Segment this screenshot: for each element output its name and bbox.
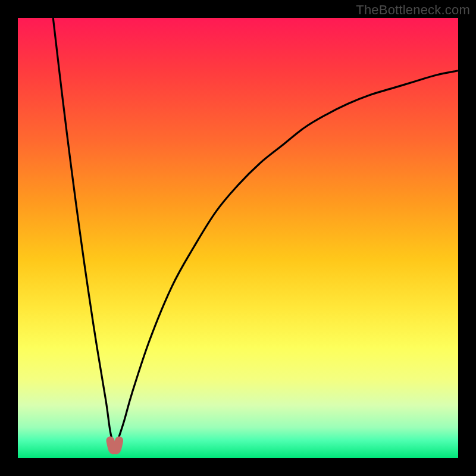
- watermark-text: TheBottleneck.com: [356, 2, 470, 18]
- bottleneck-plot: [18, 18, 458, 458]
- cusp-marker: [110, 440, 119, 450]
- curve-svg: [18, 18, 458, 458]
- curve-left-branch: [53, 18, 115, 449]
- curve-right-branch: [115, 71, 458, 449]
- outer-frame: TheBottleneck.com: [0, 0, 476, 476]
